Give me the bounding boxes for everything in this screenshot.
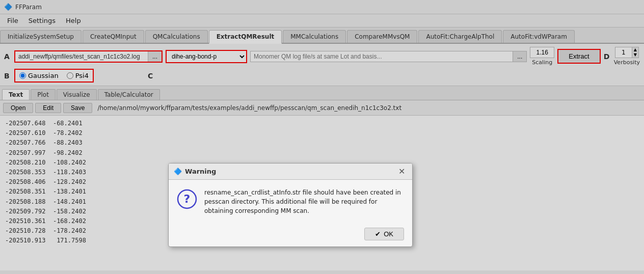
dialog-title-left: 🔷 Warning: [174, 168, 216, 175]
dialog-title-text: Warning: [185, 168, 216, 175]
dialog-overlay: 🔷 Warning ✕ ? resname_scan_crdlist_atInf…: [0, 0, 644, 274]
dialog-title-bar: 🔷 Warning ✕: [169, 163, 412, 180]
dialog-body: ? resname_scan_crdlist_atInfo.str file s…: [169, 180, 412, 224]
dialog-question-icon: ?: [177, 189, 197, 213]
ok-checkmark-icon: ✔: [375, 230, 381, 238]
dialog-logo-icon: 🔷: [174, 168, 182, 175]
dialog-ok-button[interactable]: ✔ OK: [364, 228, 404, 240]
dialog-footer: ✔ OK: [169, 224, 412, 246]
ok-label: OK: [384, 230, 393, 238]
svg-text:?: ?: [184, 193, 191, 205]
dialog-close-button[interactable]: ✕: [396, 167, 407, 176]
dialog-message-text: resname_scan_crdlist_atInfo.str file sho…: [204, 188, 404, 215]
warning-dialog: 🔷 Warning ✕ ? resname_scan_crdlist_atInf…: [168, 163, 413, 247]
